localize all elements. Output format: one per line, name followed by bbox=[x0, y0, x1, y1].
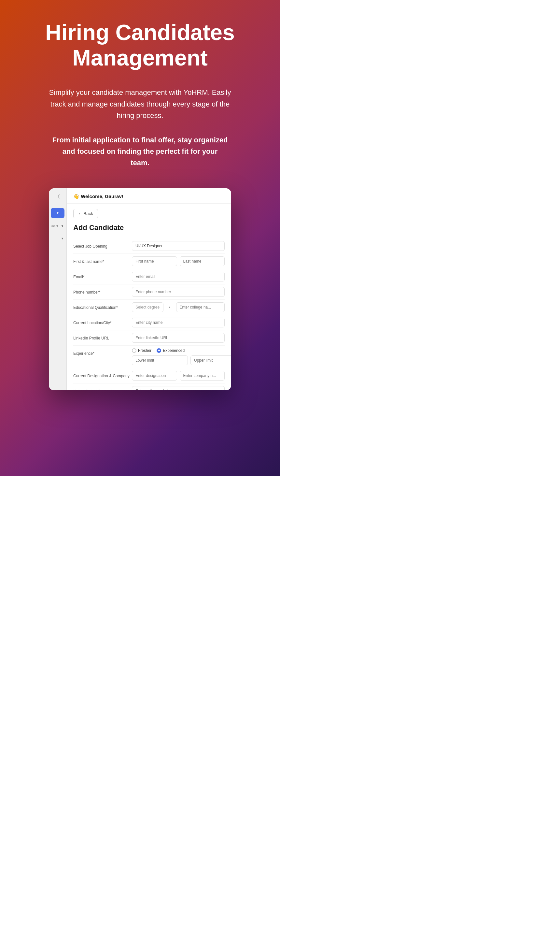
sidebar-dropdown-2[interactable]: ▼ bbox=[49, 234, 66, 243]
form-row-name: First & last name* bbox=[73, 254, 225, 269]
input-notice-period[interactable] bbox=[132, 386, 225, 390]
select-degree[interactable]: Select degree Bachelor's Master's PhD bbox=[132, 302, 163, 312]
input-designation[interactable] bbox=[132, 371, 177, 381]
label-phone: Phone number* bbox=[73, 287, 132, 295]
main-content: 👋 Welcome, Gaurav! ← Back Add Candidate … bbox=[67, 188, 231, 390]
input-job-opening[interactable] bbox=[132, 241, 225, 251]
input-first-name[interactable] bbox=[132, 256, 177, 266]
label-city: Current Location/City* bbox=[73, 318, 132, 326]
fields-job-opening bbox=[132, 241, 225, 251]
hero-subtitle: Simplify your candidate management with … bbox=[46, 87, 234, 121]
hero-title: Hiring Candidates Management bbox=[26, 20, 254, 70]
input-linkedin[interactable] bbox=[132, 333, 225, 343]
label-email: Email* bbox=[73, 272, 132, 280]
radio-experienced[interactable]: Experienced bbox=[157, 348, 185, 353]
hero-description: From initial application to final offer,… bbox=[52, 134, 228, 169]
form-row-experience: Experience* Fresher bbox=[73, 346, 225, 368]
app-window: 《 ▼ ment ▼ ▼ � bbox=[49, 188, 231, 390]
label-name: First & last name* bbox=[73, 256, 132, 265]
sidebar-toggle[interactable]: 《 bbox=[53, 192, 62, 201]
radio-fresher[interactable]: Fresher bbox=[132, 348, 151, 353]
input-college[interactable] bbox=[176, 302, 225, 312]
input-email[interactable] bbox=[132, 272, 225, 282]
input-upper-limit[interactable] bbox=[191, 355, 231, 365]
back-button[interactable]: ← Back bbox=[73, 209, 98, 218]
fields-education: Select degree Bachelor's Master's PhD bbox=[132, 302, 225, 312]
fields-notice bbox=[132, 386, 225, 390]
form-row-email: Email* bbox=[73, 269, 225, 284]
sidebar-dropdown-1[interactable]: ment ▼ bbox=[49, 221, 66, 231]
radio-fresher-circle bbox=[132, 348, 137, 353]
top-bar: 👋 Welcome, Gaurav! bbox=[67, 188, 231, 203]
label-linkedin: LinkedIn Profile URL bbox=[73, 333, 132, 341]
welcome-text: 👋 Welcome, Gaurav! bbox=[73, 194, 123, 199]
input-phone[interactable] bbox=[132, 287, 225, 297]
page-title: Add Candidate bbox=[73, 223, 225, 232]
form-row-notice: Notice Period (in days) bbox=[73, 384, 225, 390]
fields-phone bbox=[132, 287, 225, 297]
select-wrapper-degree: Select degree Bachelor's Master's PhD bbox=[132, 302, 174, 312]
label-experience: Experience* bbox=[73, 348, 132, 356]
fields-linkedin bbox=[132, 333, 225, 343]
form-row-city: Current Location/City* bbox=[73, 315, 225, 330]
fields-email bbox=[132, 272, 225, 282]
label-education: Educational Qualification* bbox=[73, 302, 132, 310]
hero-section: Hiring Candidates Management Simplify yo… bbox=[0, 0, 280, 476]
radio-fresher-label: Fresher bbox=[138, 348, 151, 353]
form-row-linkedin: LinkedIn Profile URL bbox=[73, 330, 225, 346]
experience-radio-group: Fresher Experienced bbox=[132, 348, 231, 353]
form-row-designation: Current Designation & Company bbox=[73, 368, 225, 384]
radio-experienced-circle bbox=[157, 348, 161, 353]
add-candidate-form: Select Job Opening First & last name* bbox=[73, 239, 225, 390]
label-notice: Notice Period (in days) bbox=[73, 386, 132, 390]
experience-range-inputs bbox=[132, 355, 231, 365]
form-row-phone: Phone number* bbox=[73, 284, 225, 300]
fields-designation bbox=[132, 371, 225, 381]
fields-experience: Fresher Experienced bbox=[132, 348, 231, 365]
label-designation: Current Designation & Company bbox=[73, 371, 132, 379]
form-row-job-opening: Select Job Opening bbox=[73, 239, 225, 254]
sidebar: 《 ▼ ment ▼ ▼ bbox=[49, 188, 67, 390]
input-city[interactable] bbox=[132, 318, 225, 327]
label-job-opening: Select Job Opening bbox=[73, 241, 132, 249]
radio-experienced-label: Experienced bbox=[163, 348, 185, 353]
experience-container: Fresher Experienced bbox=[132, 348, 231, 365]
input-lower-limit[interactable] bbox=[132, 355, 188, 365]
sidebar-nav-btn[interactable]: ▼ bbox=[51, 208, 65, 218]
input-last-name[interactable] bbox=[180, 256, 225, 266]
fields-city bbox=[132, 318, 225, 327]
content-area: ← Back Add Candidate Select Job Opening bbox=[67, 203, 231, 390]
fields-name bbox=[132, 256, 225, 266]
form-row-education: Educational Qualification* Select degree… bbox=[73, 300, 225, 315]
input-company[interactable] bbox=[180, 371, 225, 381]
